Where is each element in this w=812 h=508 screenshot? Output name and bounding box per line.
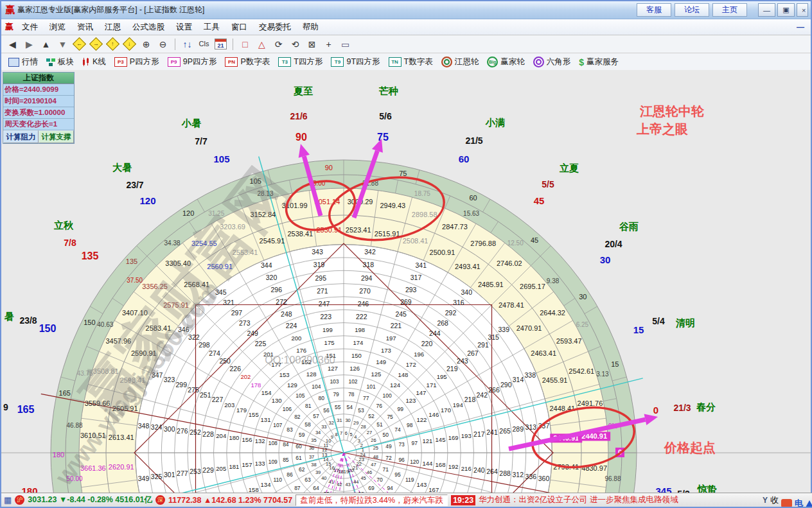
screen-tool-button[interactable]: ▭: [337, 37, 353, 51]
minimize-button[interactable]: —: [758, 3, 775, 17]
toolbar-separator: [233, 39, 233, 50]
9p-square-button[interactable]: P99P四方形: [164, 55, 220, 69]
menu-item-7[interactable]: 窗口: [225, 20, 253, 35]
shenzhen-index-quote: 11772.38 ▲142.68 1.23% 7704.57: [168, 496, 292, 505]
svg-text:200: 200: [291, 335, 301, 342]
svg-text:120: 120: [182, 209, 194, 217]
svg-text:157: 157: [242, 461, 252, 468]
menu-item-0[interactable]: 文件: [16, 20, 44, 35]
x-box-button[interactable]: ⊠: [304, 37, 320, 51]
pan-left-button[interactable]: ←: [71, 37, 87, 51]
svg-text:245: 245: [395, 310, 407, 318]
winner-wheel-button[interactable]: Big赢家轮: [484, 55, 528, 69]
tray-icon-orange[interactable]: [781, 499, 792, 507]
menu-item-3[interactable]: 江恩: [99, 20, 127, 35]
quick-button-0[interactable]: 客服: [637, 3, 671, 17]
svg-text:30: 30: [345, 417, 350, 423]
shenzhen-market-icon: 深: [155, 495, 165, 505]
p-square-button[interactable]: P3P四方形: [111, 55, 163, 69]
tray-icon-triangle[interactable]: [806, 500, 812, 507]
svg-text:199: 199: [322, 326, 333, 333]
nav-right-button[interactable]: ▶: [21, 37, 37, 51]
svg-text:79: 79: [333, 391, 339, 398]
t-table-button[interactable]: TNT数字表: [385, 55, 436, 69]
svg-text:53: 53: [358, 407, 364, 414]
wheel-label: 暑: [4, 311, 14, 322]
svg-text:2523.41: 2523.41: [346, 226, 371, 234]
sectors-button[interactable]: 板块: [43, 55, 77, 69]
svg-text:272: 272: [276, 298, 287, 306]
restore-button[interactable]: ▣: [777, 3, 795, 17]
svg-text:107: 107: [273, 422, 282, 428]
menu-item-8[interactable]: 交易委托: [253, 20, 297, 35]
pan-down-button[interactable]: ↓: [121, 37, 137, 51]
zoom-in-button[interactable]: ⊕: [138, 37, 154, 51]
9t-square-button[interactable]: T99T四方形: [328, 55, 383, 69]
menu-item-1[interactable]: 浏览: [44, 20, 71, 35]
zoom-out-button[interactable]: ⊖: [155, 37, 171, 51]
quotes-label: 行情: [22, 57, 38, 67]
menu-item-5[interactable]: 设置: [170, 20, 198, 35]
square-tool-button[interactable]: □: [237, 37, 253, 51]
calendar-button[interactable]: 21: [213, 37, 229, 51]
svg-text:319: 319: [313, 261, 325, 268]
svg-text:28: 28: [360, 424, 366, 430]
svg-text:336: 336: [525, 473, 537, 480]
svg-text:61: 61: [296, 455, 302, 461]
quotes-button[interactable]: 行情: [5, 55, 41, 69]
winner-service-button[interactable]: $赢家服务: [576, 55, 622, 69]
svg-text:196: 196: [414, 351, 424, 358]
news-flash-text[interactable]: 华力创通：出资2亿设立子公司 进一步聚焦集成电路领域: [479, 495, 678, 505]
gann-wheel-button[interactable]: 江恩轮: [438, 55, 482, 69]
menu-item-6[interactable]: 工具: [198, 20, 225, 35]
kline-button[interactable]: K线: [79, 55, 109, 69]
nav-left-button[interactable]: ◀: [4, 37, 21, 51]
menu-item-2[interactable]: 资讯: [71, 20, 99, 35]
svg-text:128: 128: [306, 371, 317, 378]
wheel-label: 小暑: [181, 118, 201, 128]
tray-icon-ime[interactable]: 电: [795, 498, 803, 507]
hexagon-button[interactable]: 六角形: [530, 55, 574, 69]
svg-text:45: 45: [360, 475, 366, 481]
wheel-label: 105: [213, 153, 229, 164]
rotate-right-button[interactable]: ▼: [55, 37, 71, 51]
svg-text:204: 204: [216, 432, 226, 439]
svg-text:265: 265: [499, 427, 511, 435]
rotate-ccw-button[interactable]: ⟲: [287, 37, 303, 51]
svg-text:33: 33: [321, 424, 326, 430]
svg-text:87: 87: [294, 485, 301, 491]
svg-text:2695.17: 2695.17: [520, 283, 545, 290]
quick-button-2[interactable]: 主页: [712, 3, 747, 17]
svg-text:170: 170: [441, 407, 451, 414]
svg-text:225: 225: [255, 340, 267, 347]
quick-button-1[interactable]: 论坛: [675, 3, 709, 17]
svg-text:122: 122: [417, 416, 427, 423]
t-square-button[interactable]: T3T四方形: [275, 55, 326, 69]
svg-text:29: 29: [353, 420, 358, 426]
svg-text:315: 315: [488, 333, 499, 341]
pan-right-button[interactable]: →: [88, 37, 104, 51]
rotate-left-button[interactable]: ▲: [38, 37, 54, 51]
pan-up-button[interactable]: ↑: [105, 37, 121, 51]
mdi-minimize-button[interactable]: —: [797, 22, 811, 31]
calc-resistance-button[interactable]: 计算阻力: [3, 130, 39, 143]
svg-text:103: 103: [330, 378, 339, 385]
t-updown-button[interactable]: ↑↓: [179, 37, 195, 51]
svg-text:44: 44: [353, 479, 358, 485]
rotate-cw-button[interactable]: ⟳: [270, 37, 287, 51]
center-cross-button[interactable]: +: [321, 37, 337, 51]
svg-text:244: 244: [429, 329, 441, 337]
close-button[interactable]: ×: [797, 3, 808, 17]
news-ticker-box[interactable]: 盘前走低，特斯拉跌3.44%，蔚来汽车跌: [296, 495, 448, 506]
menu-item-4[interactable]: 公式选股: [127, 20, 170, 35]
calc-support-button[interactable]: 计算支撑: [39, 130, 74, 143]
p-table-icon: PN: [225, 57, 238, 67]
cls-button[interactable]: Cls: [196, 37, 212, 51]
menu-item-9[interactable]: 帮助: [297, 20, 324, 35]
triangle-tool-button[interactable]: △: [254, 37, 270, 51]
p-table-button[interactable]: PNP数字表: [222, 55, 273, 69]
svg-text:269: 269: [400, 298, 412, 306]
quote-grid-icon[interactable]: ▦: [4, 495, 12, 505]
svg-text:295: 295: [315, 274, 327, 282]
svg-text:110: 110: [273, 477, 282, 483]
